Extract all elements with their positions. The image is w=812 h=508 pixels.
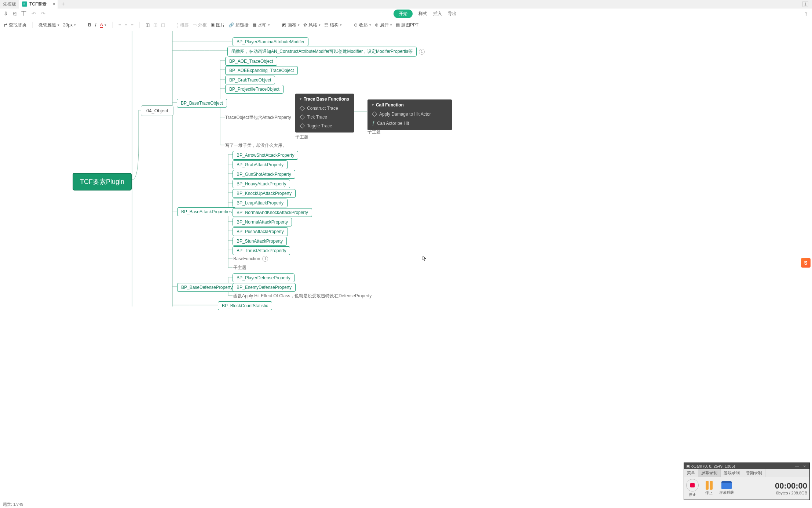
- format-painter-icon[interactable]: 丅: [21, 10, 26, 17]
- subtopic-attack[interactable]: 子主题: [233, 265, 246, 271]
- node-player-defense[interactable]: BP_PlayerDefenseProperty: [233, 273, 295, 282]
- font-color-button[interactable]: A▾: [100, 22, 106, 28]
- node-leap-attack[interactable]: BP_LeapAttackProperty: [233, 199, 288, 207]
- node-block-count[interactable]: BP_BlockCountStatistic: [218, 301, 272, 310]
- capture-button[interactable]: 屏幕捕获: [719, 481, 734, 495]
- node-base-defense[interactable]: BP_BaseDefenseProperty: [177, 283, 237, 292]
- node-push-attack[interactable]: BP_PushAttackProperty: [233, 227, 288, 236]
- outline-button[interactable]: )概要: [177, 22, 189, 28]
- font-size-select[interactable]: 20px▾: [63, 22, 76, 28]
- menu-style[interactable]: 样式: [418, 11, 427, 17]
- align-right-button[interactable]: ≡: [131, 22, 133, 28]
- align-left-button[interactable]: ≡: [118, 22, 121, 28]
- image-button[interactable]: ▣图片: [211, 22, 225, 28]
- node-stun-attack[interactable]: BP_StunAttackProperty: [233, 237, 287, 246]
- subtopic-button[interactable]: ◫: [146, 22, 150, 28]
- fn-can-actor-hit[interactable]: fCan Actor be Hit: [367, 119, 452, 128]
- node-grab-attack[interactable]: BP_GrabAttackProperty: [233, 160, 288, 169]
- bold-button[interactable]: B: [88, 22, 91, 28]
- ocam-titlebar[interactable]: ▣ oCam (0, 0, 2549, 1385) — ×: [684, 463, 809, 469]
- node-normal-attack[interactable]: BP_NormalAttackProperty: [233, 218, 292, 226]
- node-knockup-attack[interactable]: BP_KnockUpAttackProperty: [233, 189, 296, 198]
- status-bar: 题数: 1/749: [0, 501, 812, 508]
- node-enemy-defense[interactable]: BP_EnemyDefenseProperty: [233, 283, 296, 292]
- node-heavy-attack[interactable]: BP_HeavyAttackProperty: [233, 179, 290, 188]
- node-gun-attack[interactable]: BP_GunShotAttackProperty: [233, 170, 295, 179]
- node-arrow-attack[interactable]: BP_ArrowShotAttackProperty: [233, 151, 298, 160]
- collapse-button[interactable]: ⊖收起▾: [354, 22, 371, 28]
- toolbar: ⇄查找替换 微软雅黑▾ 20px▾ B I A▾ ≡ ≡ ≡ ◫ ◫ ◫ )概要…: [0, 19, 812, 31]
- frame-button[interactable]: ▭外框: [193, 22, 207, 28]
- node-basefunction[interactable]: BaseFunction 1: [233, 256, 268, 262]
- fn-tick-trace[interactable]: Tick Trace: [295, 113, 354, 121]
- panel-title: ▼Trace Base Functions: [295, 96, 354, 104]
- align-center-button[interactable]: ≡: [125, 22, 127, 28]
- node-trace-note[interactable]: TraceObject里包含AttackProperty: [225, 115, 291, 121]
- hyperlink-button[interactable]: 🔗超链接: [228, 22, 249, 28]
- tab-bar: 先模板 K TCF要素 × + 1: [0, 0, 812, 8]
- undo-icon[interactable]: ↶: [32, 11, 36, 17]
- menu-bar: ⇩ ⎘ 丅 ↶ ↷ 开始 样式 插入 导出 ⇪: [0, 8, 812, 19]
- ocam-tab-audio[interactable]: 音频录制: [743, 469, 765, 477]
- subtopic-2[interactable]: 子主题: [367, 129, 381, 135]
- minimize-icon[interactable]: —: [794, 464, 801, 468]
- stop-button-1[interactable]: 停止: [686, 479, 699, 497]
- ocam-tab-game[interactable]: 游戏录制: [721, 469, 743, 477]
- trace-functions-panel[interactable]: ▼Trace Base Functions Construct Trace Ti…: [295, 94, 354, 133]
- node-modifier-note[interactable]: 函数图，在动画通知AN_ConstructAttributeModifer可以创…: [227, 47, 425, 57]
- brain-ppt-button[interactable]: ▤脑图PPT: [396, 22, 418, 28]
- ime-badge[interactable]: S: [801, 258, 811, 268]
- pause-button[interactable]: 停止: [705, 481, 713, 496]
- ocam-icon: ▣: [686, 464, 690, 468]
- fn-toggle-trace[interactable]: Toggle Trace: [295, 121, 354, 130]
- call-function-panel[interactable]: ▼Call Function Apply Damage to Hit Actor…: [367, 99, 452, 130]
- node-projectile-trace[interactable]: BP_ProjectileTraceObject: [225, 85, 284, 94]
- new-tab-button[interactable]: +: [58, 1, 68, 7]
- associate-button[interactable]: ◫: [161, 22, 165, 28]
- close-icon[interactable]: ×: [802, 464, 807, 468]
- node-base-trace[interactable]: BP_BaseTraceObject: [177, 99, 227, 108]
- ocam-body: 停止 停止 屏幕捕获 00:00:00 0bytes / 298.8GB: [684, 477, 809, 500]
- font-select[interactable]: 微软雅黑▾: [39, 22, 59, 28]
- node-aoe-trace[interactable]: BP_AOE_TraceObject: [225, 57, 277, 66]
- find-replace-button[interactable]: ⇄查找替换: [4, 22, 26, 28]
- node-defense-note[interactable]: 函数Apply Hit Effect Of Class，也就是说受攻击特效在De…: [233, 293, 372, 299]
- download-icon[interactable]: ⇩: [4, 11, 8, 17]
- topic-count: 题数: 1/749: [3, 502, 23, 507]
- ocam-tab-screen[interactable]: 屏幕录制: [698, 469, 721, 477]
- tab-templates[interactable]: 先模板: [0, 0, 19, 8]
- count-badge: 1: [262, 256, 268, 262]
- menu-insert[interactable]: 插入: [433, 11, 442, 17]
- menu-export[interactable]: 导出: [448, 11, 457, 17]
- share-icon[interactable]: ⇪: [804, 11, 808, 17]
- node-grab-trace[interactable]: BP_GrabTraceObject: [225, 76, 275, 84]
- canvas-button[interactable]: ◩画布▾: [282, 22, 300, 28]
- style-button[interactable]: ✿风格▾: [303, 22, 321, 28]
- window-mode-indicator: 1: [802, 1, 808, 7]
- node-base-attack[interactable]: BP_BaseAttackProperties: [177, 207, 236, 216]
- export-icon[interactable]: ⎘: [13, 11, 16, 17]
- node-normalknock-attack[interactable]: BP_NormalAndKnockAttackProperty: [233, 208, 312, 217]
- fn-apply-damage[interactable]: Apply Damage to Hit Actor: [367, 110, 452, 119]
- fn-construct-trace[interactable]: Construct Trace: [295, 104, 354, 113]
- node-writeup-note[interactable]: 写了一堆子类，却没什么大用。: [225, 142, 287, 149]
- node-04-object[interactable]: 04_Object: [141, 105, 173, 116]
- italic-button[interactable]: I: [95, 22, 96, 28]
- menu-start[interactable]: 开始: [394, 10, 413, 18]
- function-icon: [372, 112, 377, 117]
- root-node[interactable]: TCF要素Plugin: [73, 173, 132, 190]
- node-aoe-expanding[interactable]: BP_AOEExpanding_TraceObject: [225, 66, 298, 75]
- expand-button[interactable]: ⊕展开▾: [375, 22, 392, 28]
- watermark-button[interactable]: ▦水印▾: [252, 22, 270, 28]
- node-thrust-attack[interactable]: BP_ThrustAttackProperty: [233, 246, 290, 255]
- subtopic-1[interactable]: 子主题: [295, 134, 308, 140]
- node-player-stamina[interactable]: BP_PlayerStaminaAttributeModifer: [233, 37, 308, 46]
- sibling-topic-button[interactable]: ◫: [153, 22, 157, 28]
- mindmap-canvas[interactable]: TCF要素Plugin 04_Object BP_PlayerStaminaAt…: [0, 31, 812, 501]
- structure-button[interactable]: ☶结构▾: [324, 22, 342, 28]
- redo-icon[interactable]: ↷: [41, 11, 45, 17]
- tab-active[interactable]: K TCF要素 ×: [19, 0, 58, 8]
- close-icon[interactable]: ×: [52, 1, 55, 7]
- ocam-window[interactable]: ▣ oCam (0, 0, 2549, 1385) — × 菜单 屏幕录制 游戏…: [684, 462, 810, 500]
- ocam-tab-menu[interactable]: 菜单: [684, 469, 698, 477]
